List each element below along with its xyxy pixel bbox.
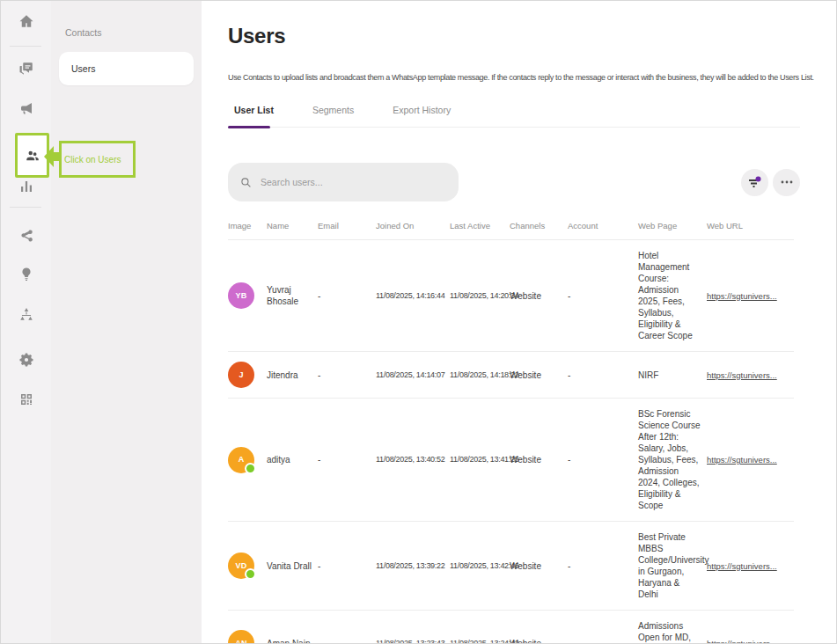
app-window: Contacts Users Click on Users Users Use … xyxy=(0,0,837,644)
search-input[interactable] xyxy=(259,176,430,188)
tab-segments[interactable]: Segments xyxy=(312,105,354,115)
qr-code-icon xyxy=(18,392,34,407)
account: - xyxy=(568,370,638,381)
channels: Website xyxy=(510,454,568,465)
user-name: Yuvraj Bhosale xyxy=(267,284,318,307)
avatar-cell: A xyxy=(228,447,267,473)
active-tab-underline xyxy=(228,126,270,129)
web-url-cell: https://sgtunivers... xyxy=(707,638,794,644)
table-actions xyxy=(741,169,800,196)
web-url-link[interactable]: https://sgtunivers... xyxy=(707,455,777,465)
web-page: NIRF xyxy=(638,370,707,381)
web-url-cell: https://sgtunivers... xyxy=(707,454,794,465)
col-web-page: Web Page xyxy=(638,221,707,231)
avatar: J xyxy=(228,362,254,388)
avatar: AN xyxy=(228,630,254,644)
nav-home[interactable] xyxy=(1,13,51,29)
joined-on: 11/08/2025, 13:40:52 xyxy=(376,454,450,465)
annotation-arrow-icon xyxy=(44,143,60,171)
web-url-link[interactable]: https://sgtunivers... xyxy=(707,639,777,644)
channels: Website xyxy=(510,370,568,381)
user-email: - xyxy=(318,638,376,644)
web-url-link[interactable]: https://sgtunivers... xyxy=(707,561,777,571)
nav-integrations[interactable] xyxy=(1,229,51,245)
col-account: Account xyxy=(568,221,638,231)
icon-rail xyxy=(1,1,52,643)
last-active: 11/08/2025, 13:41:25 xyxy=(450,454,510,465)
avatar-initials: YB xyxy=(236,290,247,302)
page-title: Users xyxy=(228,24,809,48)
last-active: 11/08/2025, 13:24:42 xyxy=(450,638,510,644)
web-url-link[interactable]: https://sgtunivers... xyxy=(707,370,777,380)
web-url-cell: https://sgtunivers... xyxy=(707,560,794,572)
web-page: Admissions Open for MD, MS & MDS at SGT … xyxy=(638,620,707,644)
tab-bar: User List Segments Export History xyxy=(228,105,800,128)
table-row[interactable]: YB Yuvraj Bhosale - 11/08/2025, 14:16:44… xyxy=(228,240,794,352)
table-row[interactable]: AN Aman Nain - 11/08/2025, 13:23:43 11/0… xyxy=(228,611,794,644)
web-page: BSc Forensic Science Course After 12th: … xyxy=(638,408,707,511)
account: - xyxy=(568,454,638,465)
user-name: aditya xyxy=(267,454,318,465)
user-email: - xyxy=(318,370,376,381)
last-active: 11/08/2025, 14:18:22 xyxy=(450,370,510,381)
nav-qr[interactable] xyxy=(1,392,51,407)
joined-on: 11/08/2025, 14:16:44 xyxy=(376,290,450,302)
col-web-url: Web URL xyxy=(707,221,794,231)
account: - xyxy=(568,290,638,302)
nav-insights[interactable] xyxy=(1,267,51,282)
users-table: Image Name Email Joined On Last Active C… xyxy=(228,214,794,644)
last-active: 11/08/2025, 13:42:46 xyxy=(450,560,510,572)
avatar-initials: A xyxy=(239,454,245,465)
user-email: - xyxy=(318,454,376,465)
joined-on: 11/08/2025, 13:39:22 xyxy=(376,560,450,572)
search-box[interactable] xyxy=(228,163,459,201)
col-channels: Channels xyxy=(510,221,568,231)
joined-on: 11/08/2025, 13:23:43 xyxy=(376,638,450,644)
tab-export-history[interactable]: Export History xyxy=(393,105,451,115)
main-content: Users Use Contacts to upload lists and b… xyxy=(202,1,836,643)
tab-user-list[interactable]: User List xyxy=(234,105,274,115)
avatar-cell: YB xyxy=(228,282,267,309)
joined-on: 11/08/2025, 14:14:07 xyxy=(376,370,450,381)
last-active: 11/08/2025, 14:20:34 xyxy=(450,290,510,302)
col-last-active: Last Active xyxy=(450,221,510,231)
table-row[interactable]: VD Vanita Drall - 11/08/2025, 13:39:22 1… xyxy=(228,522,794,611)
online-indicator xyxy=(245,568,256,580)
web-url-cell: https://sgtunivers... xyxy=(707,290,794,302)
col-joined-on: Joined On xyxy=(376,221,450,231)
users-icon xyxy=(25,148,40,164)
avatar-initials: J xyxy=(239,370,243,381)
online-indicator xyxy=(245,463,256,474)
nav-analytics[interactable] xyxy=(1,179,51,194)
avatar-cell: VD xyxy=(228,553,267,579)
filter-button[interactable] xyxy=(741,169,768,196)
rail-divider xyxy=(10,207,41,208)
user-name: Jitendra xyxy=(267,370,318,381)
search-icon xyxy=(240,177,252,188)
channels: Website xyxy=(510,560,568,572)
nav-chat[interactable] xyxy=(1,61,51,77)
channels: Website xyxy=(510,638,568,644)
web-url-link[interactable]: https://sgtunivers... xyxy=(707,291,777,301)
nav-flows[interactable] xyxy=(1,306,51,322)
annotation-callout: Click on Users xyxy=(59,141,136,178)
sidebar-item-users[interactable]: Users xyxy=(59,52,194,85)
table-row[interactable]: J Jitendra - 11/08/2025, 14:14:07 11/08/… xyxy=(228,352,794,399)
bar-chart-icon xyxy=(18,179,34,194)
user-email: - xyxy=(318,290,376,302)
chat-icon xyxy=(18,61,34,77)
nav-settings[interactable] xyxy=(1,352,51,368)
avatar: VD xyxy=(228,553,254,579)
user-name: Aman Nain xyxy=(267,638,318,644)
nav-broadcast[interactable] xyxy=(1,100,51,116)
col-image: Image xyxy=(228,221,267,231)
filter-icon xyxy=(748,176,761,189)
lightbulb-icon xyxy=(18,267,34,282)
avatar-cell: J xyxy=(228,362,267,388)
web-url-cell: https://sgtunivers... xyxy=(707,370,794,381)
web-page: Hotel Management Course: Admission 2025,… xyxy=(638,250,707,341)
more-options-button[interactable] xyxy=(773,169,800,196)
avatar: YB xyxy=(228,282,254,309)
more-options-icon xyxy=(781,180,793,184)
table-row[interactable]: A aditya - 11/08/2025, 13:40:52 11/08/20… xyxy=(228,399,794,522)
